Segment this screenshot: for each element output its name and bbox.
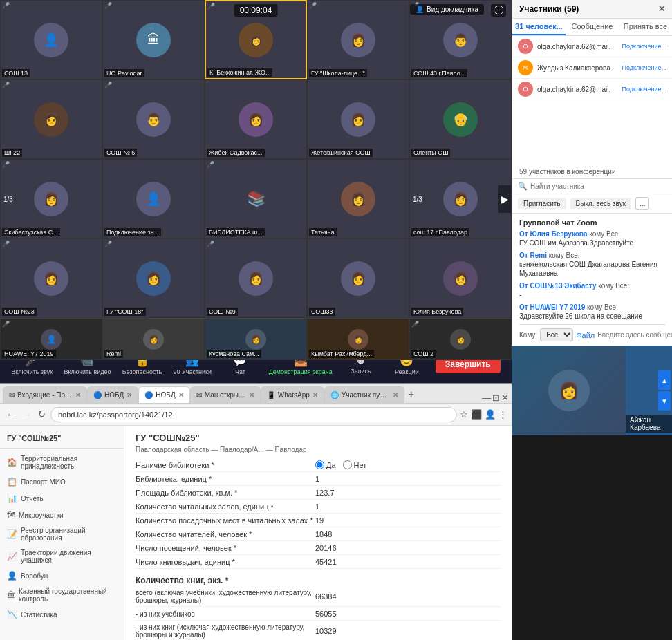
tab-close-window[interactable]: ✕ [501, 393, 509, 403]
mic-icon-16: 🎤 [104, 241, 112, 247]
cell-label-21: Remi [104, 350, 123, 358]
chat-to-select[interactable]: Все [540, 328, 573, 341]
tab-close-whatsapp[interactable]: ✕ [312, 391, 318, 399]
sidebar-item-state[interactable]: 🏛 Казенный государственный контроль [0, 584, 124, 606]
chat-sender-3: От HUAWEI Y7 2019 [519, 303, 585, 311]
panel-header: Участники (59) ✕ [512, 0, 672, 19]
browser-tab-nobd2[interactable]: 🔵 НОБД ✕ [138, 386, 189, 403]
next-page-14[interactable]: ▶ [498, 185, 511, 213]
tab-accept-all[interactable]: Принять все [619, 19, 672, 35]
radio-yes-input[interactable] [315, 460, 324, 469]
sidebar-item-trajectory[interactable]: 📈 Траектории движения учащихся [0, 545, 124, 567]
tab-close-mail[interactable]: ✕ [75, 391, 81, 399]
browser-tab-participant[interactable]: 🌐 Участник публикации... ✕ [324, 386, 404, 403]
radio-yes[interactable]: Да [315, 460, 336, 469]
mic-icon-15: 🎤 [2, 241, 10, 247]
video-cell-3: 👩 🎤 ГУ "Школа-лице..." [307, 0, 409, 79]
panel-close-icon[interactable]: ✕ [658, 4, 665, 14]
mic-icon-20: 🎤 [2, 321, 10, 328]
forward-button[interactable]: → [20, 409, 33, 420]
video-cell-19: 👩 Юлия Безрукова [409, 238, 512, 318]
side-btn-up[interactable]: ▲ [658, 370, 671, 390]
video-cell-5: 👩 🎤 ШГ22 [0, 79, 102, 159]
extensions-icon[interactable]: ⬛ [471, 409, 482, 420]
tab-31-people[interactable]: 31 человек... [512, 19, 566, 35]
url-text: nobd.iac.kz/passportorg/14021/12 [58, 411, 173, 419]
library-presence-row: Наличие библиотеки * Да Нет [136, 460, 501, 472]
video-cell-22: 👩 Кусманова Сам... [205, 319, 307, 360]
url-bar[interactable]: nobd.iac.kz/passportorg/14021/12 [50, 407, 457, 422]
side-btn-down[interactable]: ▼ [658, 391, 671, 411]
chat-text-3: Здравствуйте 26 школа на совещание [519, 312, 642, 320]
chat-text-0: ГУ СОШ им.Аузазова.Здравствуйте [519, 239, 633, 247]
tab-close-gmail[interactable]: ✕ [249, 391, 254, 399]
chat-sender-0: От Юлия Безрукова [519, 230, 587, 238]
sidebar-item-passport[interactable]: 📋 Паспорт МИО [0, 473, 124, 490]
browser-tab-gmail[interactable]: ✉ Ман открыт доступ д... ✕ [190, 386, 261, 403]
books-value-1: 56055 [315, 610, 501, 618]
search-icon: 🔍 [518, 182, 528, 191]
sidebar-item-territory[interactable]: 🏠 Территориальная принадлежность [0, 451, 124, 473]
sidebar-label-reports: Отчеты [21, 495, 45, 502]
field-value-2: 1 [315, 502, 501, 511]
browser-sidebar: ГУ "СОШ№25" 🏠 Территориальная принадлежн… [0, 426, 124, 640]
sidebar-item-reports[interactable]: 📊 Отчеты [0, 490, 124, 507]
cell-label-12: БИБЛИОТЕКА ш... [207, 228, 265, 236]
tab-close-nobd2[interactable]: ✕ [178, 391, 184, 399]
user-profile-icon[interactable]: 👤 [485, 409, 496, 420]
bookmark-icon[interactable]: ☆ [460, 409, 468, 420]
participant-count: 59 участников в конференции [512, 165, 672, 179]
fullscreen-button[interactable]: ⛶ [491, 4, 506, 17]
browser-tab-nobd1[interactable]: 🔵 НОБД ✕ [87, 386, 138, 403]
chat-message-3: От HUAWEI Y7 2019 кому Все: Здравствуйте… [519, 303, 665, 321]
chat-message-input[interactable] [597, 331, 672, 339]
more-menu-icon[interactable]: ⋮ [498, 409, 507, 420]
browser-tab-mail[interactable]: ✉ Входящие - Почта Мо... ✕ [3, 386, 87, 403]
chat-file-button[interactable]: Файл [576, 331, 595, 339]
video-cell-16: 👩 🎤 ГУ "СОШ 18" [102, 238, 205, 318]
radio-no-input[interactable] [343, 460, 352, 469]
reload-button[interactable]: ↻ [36, 409, 48, 420]
browser-tab-whatsapp[interactable]: 📱 WhatsApp ✕ [261, 386, 324, 403]
presenter-mode-button[interactable]: 👤 Вид докладчика [410, 4, 484, 15]
sidebar-item-registry[interactable]: 📝 Реестр организаций образования [0, 523, 124, 545]
video-cell-1: 🏛 🎤 UO Pavlodar [102, 0, 205, 79]
participant-name: Жулдыз Калиакперова [537, 64, 622, 72]
tab-close-nobd1[interactable]: ✕ [127, 391, 132, 399]
tab-message[interactable]: Сообщение [566, 19, 619, 35]
mic-icon-5: 🎤 [2, 82, 10, 88]
books-section-title: Количество книг, экз. * [136, 576, 501, 585]
field-value-0: 1 [315, 475, 501, 483]
books-row-1: - из них учебников 56055 [136, 610, 501, 621]
more-options-button[interactable]: ... [635, 197, 649, 210]
page-10: 1/3 [3, 195, 13, 203]
sidebar-item-micro[interactable]: 🗺 Микроучастки [0, 507, 124, 523]
books-row-2: - из них книг (исключая художественную л… [136, 623, 501, 640]
gmail-favicon: ✉ [196, 391, 202, 399]
voro-icon: 👤 [7, 571, 17, 581]
video-grid: 👤 🎤 СОШ 13 🏛 🎤 UO Pavlodar 👩 🎤 К. Бекхож… [0, 0, 512, 318]
new-tab-button[interactable]: + [404, 388, 418, 399]
sidebar-item-voro[interactable]: 👤 Воробун [0, 567, 124, 584]
participant-favicon: 🌐 [330, 391, 339, 399]
tab-close-participant[interactable]: ✕ [393, 391, 398, 399]
sidebar-logo-text: ГУ "СОШ№25" [7, 434, 61, 442]
tab-minimize[interactable]: — [482, 393, 491, 403]
search-input[interactable] [530, 182, 666, 190]
toolbar-audio-label: Включить звук [11, 368, 53, 375]
tab-restore[interactable]: ⊡ [492, 393, 500, 403]
toolbar-screen-label: Демонстрация экрана [269, 368, 333, 375]
radio-no[interactable]: Нет [343, 460, 367, 469]
invite-button[interactable]: Пригласить [518, 198, 566, 209]
participant-avatar: О [518, 39, 533, 54]
back-button[interactable]: ← [4, 409, 17, 420]
browser-layout: ГУ "СОШ№25" 🏠 Территориальная принадлежн… [0, 426, 512, 640]
field-label-3: Количество посадочных мест в читальных з… [136, 516, 315, 525]
mute-all-button[interactable]: Выкл. весь звук [570, 198, 632, 209]
chat-section: Групповой чат Zoom От Юлия Безрукова ком… [512, 214, 672, 346]
cell-label-7: Жибек Садвокас... [207, 149, 265, 157]
browser-section: ✉ Входящие - Почта Мо... ✕ 🔵 НОБД ✕ 🔵 НО… [0, 383, 512, 640]
bottom-cam-label: Айжан Карбаева [626, 415, 672, 433]
cell-label-3: ГУ "Школа-лице..." [309, 69, 367, 77]
sidebar-item-stats[interactable]: 📉 Статистика [0, 606, 124, 623]
